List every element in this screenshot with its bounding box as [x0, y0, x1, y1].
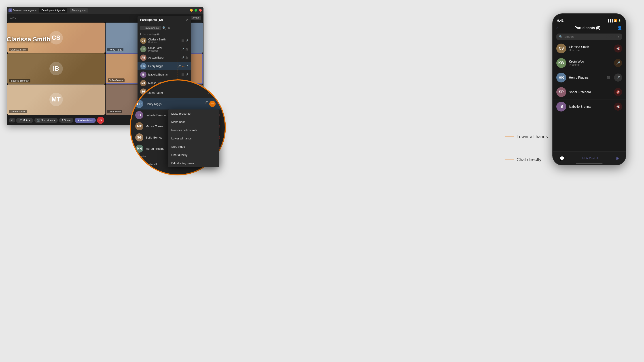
- participant-clarissa[interactable]: CS Clarissa Smith Host, me ⬛ 🎤: [138, 36, 191, 45]
- umar-panel-sub: Presenter: [148, 50, 180, 52]
- video-cell-isabelle[interactable]: IB Isabelle Brennan: [8, 53, 105, 84]
- ctx-edit-display-name[interactable]: Edit display name: [168, 159, 219, 167]
- lower-all-hands-callout: Lower all hands: [505, 134, 548, 139]
- isabelle-name-label: Isabelle Brennan: [9, 79, 30, 82]
- phone-clarissa-name: Clarissa Smith: [569, 45, 611, 49]
- umar-cam-icon: 🎥: [185, 48, 188, 51]
- ai-assistant-button[interactable]: ✦ AI Assistant: [75, 118, 96, 123]
- panel-sort-button[interactable]: ⇅: [168, 26, 170, 30]
- clarissa-mic-icon: 🎤: [185, 39, 188, 42]
- video-cell-marise[interactable]: MT Marise Torres: [8, 84, 105, 115]
- henry-name-label: Henry Riggs: [107, 48, 124, 51]
- ai-label: AI Assistant: [80, 119, 93, 122]
- share-button[interactable]: ⤴ Share: [59, 118, 73, 123]
- phone-isabelle-mute-button[interactable]: 🔇: [614, 103, 622, 111]
- phone-notch: [576, 14, 603, 20]
- henry-icons: 🎤 ••• 🎤: [178, 65, 188, 68]
- participant-umar[interactable]: UP Umar Patel Presenter 🎤 🎥: [138, 45, 191, 53]
- marise-name-label: Marise Torres: [9, 110, 26, 113]
- phone-henry-info: Henry Riggins: [569, 76, 604, 79]
- umar-name-label: Umar Patel: [107, 110, 122, 113]
- isabella-panel-avatar: IB: [140, 71, 146, 78]
- ctx-remove-cohost[interactable]: Remove cohost role: [168, 126, 219, 134]
- phone-clarissa-avatar: CS: [556, 43, 566, 53]
- close-button[interactable]: [199, 9, 202, 12]
- phone-sonali-name: Sonali Pritchard: [569, 90, 611, 94]
- zoom-henry-more-button[interactable]: •••: [209, 101, 216, 107]
- phone-header: ‹ Participants (5) 👤: [553, 24, 626, 32]
- in-meeting-label: In the meeting (8): [138, 32, 191, 36]
- phone-clarissa-info: Clarissa Smith Host, me: [569, 45, 611, 52]
- invite-icon: +: [142, 26, 144, 29]
- mute-button[interactable]: 🎤 Mute ▾: [16, 118, 33, 123]
- clarissa-name-label: Clarissa Smith: [9, 48, 28, 51]
- zoom-austen-name: Austen Baker: [146, 91, 205, 94]
- stop-video-button[interactable]: 📷 Stop video ▾: [34, 118, 58, 123]
- clarissa-large-label: Clarissa Smith: [7, 36, 50, 43]
- ctx-lower-all-hands[interactable]: Lower all hands: [168, 134, 219, 143]
- phone-chat-button[interactable]: 💬: [560, 156, 564, 161]
- phone-search-icon: 🔍: [559, 35, 562, 38]
- zoom-isabella-avatar: IB: [135, 111, 143, 119]
- panel-search-button[interactable]: 🔍: [162, 26, 166, 30]
- phone-isabelle-name: Isabelle Brennan: [569, 105, 611, 108]
- share-label: Share: [64, 119, 70, 122]
- participant-henry[interactable]: HR Henry Riggs 🎤 ••• 🎤: [138, 62, 191, 70]
- maximize-button[interactable]: [194, 9, 197, 12]
- henry-more-icon[interactable]: •••: [182, 65, 184, 67]
- ctx-make-host[interactable]: Make host: [168, 118, 219, 126]
- panel-title: Participants (12): [140, 18, 163, 21]
- chat-directly-callout: Chat directly: [505, 157, 548, 162]
- isabella-mic-icon: 🎤: [185, 73, 188, 76]
- austen-cam-icon: 🎥: [185, 56, 188, 59]
- zoom-henry-row[interactable]: HR Henry Riggs 🎤 ••• 🔇: [131, 98, 225, 109]
- henry-mic-icon: 🎤: [178, 65, 181, 68]
- phone-kevin-mute-button[interactable]: 🎤: [614, 59, 622, 67]
- phone-kevin-name: Kevin Woo: [569, 60, 611, 63]
- participant-isabella[interactable]: IB Isabella Brennan ⬛ 🎤: [138, 70, 191, 79]
- phone-isabelle-info: Isabelle Brennan: [569, 105, 611, 108]
- phone-participant-henry[interactable]: HR Henry Riggins ⬛ 🎤: [553, 70, 626, 85]
- participant-austen[interactable]: AB Austen Baker 🎤 🎥: [138, 53, 191, 62]
- phone-kevin-avatar: KW: [556, 58, 566, 68]
- phone-participants-title: Participants (5): [560, 26, 615, 30]
- panel-toolbar: + Invite people 🔍 ⇅: [138, 24, 191, 32]
- phone-participant-clarissa[interactable]: CS Clarissa Smith Host, me 🔇: [553, 41, 626, 56]
- marise-avatar: MT: [50, 93, 63, 106]
- phone-isabelle-avatar: IB: [556, 102, 566, 111]
- ctx-stop-video[interactable]: Stop video: [168, 143, 219, 151]
- clarissa-panel-avatar: CS: [140, 37, 146, 44]
- mute-control-label: Mute Control: [582, 157, 598, 160]
- phone-sonali-mute-button[interactable]: 🔇: [614, 88, 622, 96]
- panel-close-button[interactable]: ✕: [186, 18, 188, 21]
- austen-panel-avatar: AB: [140, 54, 146, 61]
- phone-henry-mute-button[interactable]: 🎤: [614, 73, 622, 81]
- isabelle-avatar: IB: [50, 62, 63, 75]
- phone-bottom-divider: [573, 155, 573, 162]
- view-button[interactable]: ⊡: [10, 118, 15, 122]
- tab-development-agenda[interactable]: Development Agenda: [39, 8, 67, 12]
- video-chevron: ▾: [54, 119, 55, 122]
- invite-label: Invite people: [145, 26, 158, 29]
- ctx-chat-directly[interactable]: Chat directly: [168, 151, 219, 159]
- phone-profile-icon[interactable]: 👤: [617, 25, 622, 30]
- phone-participant-isabelle[interactable]: IB Isabelle Brennan 🔇: [553, 99, 626, 114]
- phone-back-button[interactable]: ‹: [556, 26, 558, 30]
- chat-directly-label: Chat directly: [516, 157, 541, 162]
- phone-clarissa-mute-button[interactable]: 🔇: [614, 44, 622, 52]
- window-controls: [190, 9, 202, 12]
- zoom-austen-mute: 🔇: [217, 91, 220, 94]
- end-call-button[interactable]: ⏻: [97, 117, 104, 124]
- invite-people-button[interactable]: + Invite people: [140, 26, 161, 30]
- tab-meeting-info[interactable]: Meeting info: [70, 8, 88, 12]
- phone-more-button[interactable]: ⊕: [616, 156, 619, 161]
- phone-mute-control-button[interactable]: Mute Control: [582, 157, 598, 160]
- phone-participant-sonali[interactable]: SP Sonali Pritchard 🔇: [553, 85, 626, 99]
- ctx-make-presenter[interactable]: Make presenter: [168, 109, 219, 118]
- phone-participant-kevin[interactable]: KW Kevin Woo Presenter 🎤: [553, 56, 626, 70]
- minimize-button[interactable]: [190, 9, 193, 12]
- phone-sonali-info: Sonali Pritchard: [569, 90, 611, 94]
- phone-bottom-divider2: [607, 155, 607, 162]
- phone-henry-avatar: HR: [556, 73, 566, 82]
- austen-icons: 🎤 🎥: [181, 56, 188, 59]
